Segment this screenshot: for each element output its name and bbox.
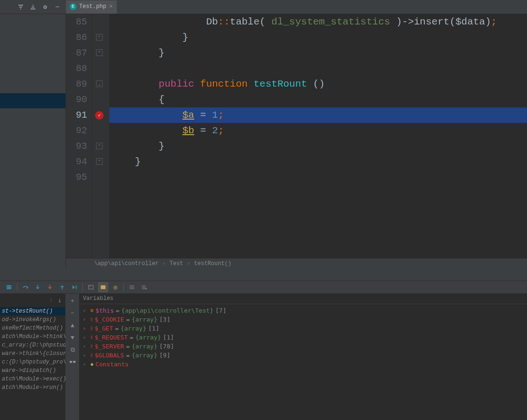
variable-row[interactable]: ›⦀$_COOKIE = {array} [3] bbox=[83, 315, 523, 324]
variable-row[interactable]: ›⦀$_REQUEST = {array} [1] bbox=[83, 333, 523, 342]
add-icon[interactable] bbox=[139, 282, 149, 292]
remove-watch-icon[interactable]: − bbox=[67, 308, 78, 318]
line-number[interactable]: 86 bbox=[66, 30, 92, 45]
code-line[interactable]: $a = 1; bbox=[109, 107, 527, 123]
code-line[interactable] bbox=[109, 61, 527, 76]
step-into-icon[interactable] bbox=[32, 282, 43, 292]
frame-down-icon[interactable]: ↓ bbox=[58, 297, 62, 304]
variable-row[interactable]: ›≡$this = {app\api\controller\Test} [7] bbox=[83, 306, 523, 315]
code-line[interactable]: { bbox=[109, 92, 527, 107]
chevron-right-icon[interactable]: › bbox=[83, 308, 89, 313]
up-icon[interactable]: ▲ bbox=[67, 320, 78, 331]
chevron-right-icon[interactable]: › bbox=[83, 326, 89, 331]
line-number[interactable]: 90 bbox=[66, 92, 92, 107]
copy-icon[interactable]: ⧉ bbox=[67, 345, 78, 355]
force-step-into-icon[interactable] bbox=[45, 282, 55, 292]
stack-frame[interactable]: atch\Module->think\rout bbox=[0, 332, 65, 341]
add-watch-icon[interactable]: + bbox=[67, 296, 78, 306]
variable-row[interactable]: ›⦀$_GET = {array} [1] bbox=[83, 324, 523, 333]
breakpoint-icon[interactable] bbox=[95, 111, 104, 120]
fold-icon[interactable]: ⌃ bbox=[96, 143, 103, 149]
variable-row[interactable]: ›◆Constants bbox=[83, 360, 523, 369]
stack-frame[interactable]: c_array:{D:\phpstudy_pro bbox=[0, 341, 65, 349]
chevron-right-icon[interactable]: › bbox=[83, 362, 89, 367]
line-number[interactable]: 87 bbox=[66, 45, 92, 61]
line-number[interactable]: 92 bbox=[66, 123, 92, 138]
frame-up-icon[interactable]: ↑ bbox=[49, 297, 53, 304]
down-icon[interactable]: ▼ bbox=[67, 332, 78, 343]
toolbar-separator bbox=[17, 283, 17, 291]
expand-icon[interactable] bbox=[29, 3, 37, 11]
chevron-right-icon[interactable]: › bbox=[83, 335, 89, 340]
variable-row[interactable]: ›⦀$GLOBALS = {array} [9] bbox=[83, 351, 523, 360]
top-bar: ⚙ — C Test.php × bbox=[0, 0, 527, 14]
chevron-right-icon[interactable]: › bbox=[83, 353, 89, 358]
line-number[interactable]: 88 bbox=[66, 61, 92, 76]
project-sidebar[interactable] bbox=[0, 14, 66, 268]
line-number[interactable]: 95 bbox=[66, 170, 92, 185]
breadcrumb-item[interactable]: testRount() bbox=[194, 260, 231, 267]
line-number[interactable]: 91 bbox=[66, 107, 92, 123]
code-line[interactable]: public function testRount () bbox=[109, 76, 527, 92]
variable-count: [1] bbox=[148, 325, 159, 332]
line-number[interactable]: 94 bbox=[66, 154, 92, 170]
stack-frame[interactable]: atch\Module->run() bbox=[0, 383, 65, 392]
code-line[interactable]: } bbox=[109, 45, 527, 61]
gear-icon[interactable]: ⚙ bbox=[41, 3, 49, 11]
show-execution-point-icon[interactable] bbox=[4, 282, 14, 292]
svg-rect-3 bbox=[76, 285, 77, 289]
stack-frame[interactable]: atch\Module->exec() bbox=[0, 375, 65, 383]
debug-toolbar: ◎ bbox=[0, 281, 527, 294]
variables-tree[interactable]: ›≡$this = {app\api\controller\Test} [7]›… bbox=[79, 304, 527, 371]
close-icon[interactable]: × bbox=[109, 3, 113, 10]
variable-count: [3] bbox=[159, 316, 170, 323]
line-number[interactable]: 93 bbox=[66, 138, 92, 154]
code-line[interactable]: } bbox=[109, 30, 527, 45]
code-line[interactable]: Db::table( dl_system_statistics )->inser… bbox=[109, 14, 527, 30]
fold-icon[interactable]: ⌃ bbox=[96, 49, 103, 56]
code-line[interactable]: } bbox=[109, 154, 527, 170]
line-number[interactable]: 89 bbox=[66, 76, 92, 92]
minimize-icon[interactable]: — bbox=[54, 3, 61, 11]
evaluate-icon[interactable] bbox=[98, 282, 108, 292]
frames-list[interactable]: st->testRount()od->invokeArgs()okeReflec… bbox=[0, 307, 65, 420]
chevron-right-icon[interactable]: › bbox=[83, 317, 89, 322]
watch-icon[interactable]: ◎ bbox=[110, 282, 121, 292]
variable-type-icon: ⦀ bbox=[90, 352, 93, 358]
breadcrumb[interactable]: \app\api\controller›Test›testRount() bbox=[66, 258, 527, 268]
step-out-icon[interactable] bbox=[57, 282, 67, 292]
code-area[interactable]: Db::table( dl_system_statistics )->inser… bbox=[109, 14, 527, 258]
stack-frame[interactable]: ware->think\{closure:D:\ bbox=[0, 349, 65, 358]
step-over-icon[interactable] bbox=[20, 282, 31, 292]
evaluate-expression-icon[interactable] bbox=[86, 282, 96, 292]
chevron-right-icon[interactable]: › bbox=[83, 344, 89, 349]
collapse-icon[interactable] bbox=[17, 3, 24, 11]
code-line[interactable] bbox=[109, 170, 527, 185]
code-line[interactable]: } bbox=[109, 138, 527, 154]
breadcrumb-item[interactable]: \app\api\controller bbox=[94, 260, 159, 267]
variable-row[interactable]: ›⦀$_SERVER = {array} [78] bbox=[83, 342, 523, 351]
code-line[interactable]: $b = 2; bbox=[109, 123, 527, 138]
variable-type-icon: ⦀ bbox=[90, 334, 93, 340]
breadcrumb-item[interactable]: Test bbox=[170, 260, 183, 267]
editor-tab[interactable]: C Test.php × bbox=[66, 0, 117, 14]
gutter-marks[interactable]: ⌃ ⌃ ⌄ ⌃ ⌃ bbox=[92, 14, 109, 258]
stack-frame[interactable]: okeReflectMethod() bbox=[0, 324, 65, 332]
run-to-cursor-icon[interactable] bbox=[69, 282, 80, 292]
stack-frame[interactable]: od->invokeArgs() bbox=[0, 315, 65, 324]
stack-frame[interactable]: c:{D:\phpstudy_pro\WWW bbox=[0, 358, 65, 366]
variable-type: {array} bbox=[135, 334, 161, 341]
fold-icon[interactable]: ⌃ bbox=[96, 34, 103, 40]
line-gutter[interactable]: 8586878889909192939495 bbox=[66, 14, 92, 258]
panel-divider[interactable] bbox=[0, 268, 527, 281]
line-number[interactable]: 85 bbox=[66, 14, 92, 30]
variables-header: Variables bbox=[79, 294, 527, 304]
variable-count: [7] bbox=[215, 307, 226, 314]
chevron-right-icon: › bbox=[162, 260, 166, 267]
stack-frame[interactable]: st->testRount() bbox=[0, 307, 65, 315]
fold-icon[interactable]: ⌄ bbox=[96, 81, 103, 87]
list-view-icon[interactable] bbox=[127, 282, 137, 292]
stack-frame[interactable]: ware->dispatch() bbox=[0, 366, 65, 375]
glasses-icon[interactable]: 👓 bbox=[67, 357, 78, 367]
fold-icon[interactable]: ⌃ bbox=[96, 158, 103, 165]
